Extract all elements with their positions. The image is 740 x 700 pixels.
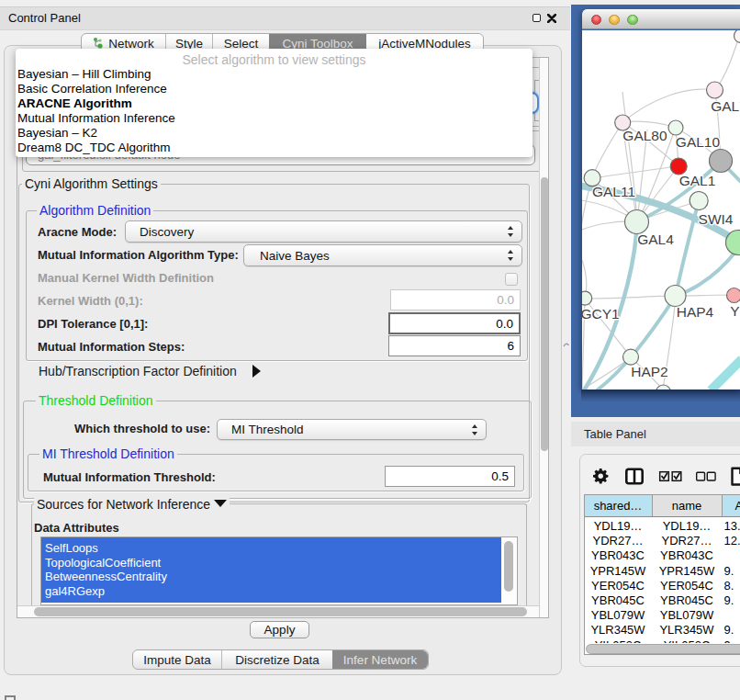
svg-text:SWI4: SWI4: [698, 211, 733, 227]
svg-text:GAL1: GAL1: [678, 173, 715, 188]
svg-text:HAP4: HAP4: [676, 304, 713, 320]
svg-text:GAL80: GAL80: [622, 128, 667, 143]
svg-text:GAL7: GAL7: [711, 98, 740, 114]
svg-text:GAL10: GAL10: [675, 134, 720, 150]
svg-text:GAL11: GAL11: [591, 184, 634, 199]
svg-text:GAL4: GAL4: [637, 231, 674, 247]
svg-text:YD: YD: [730, 303, 740, 319]
svg-text:GCY1: GCY1: [582, 306, 620, 322]
svg-text:HAP2: HAP2: [631, 363, 668, 378]
